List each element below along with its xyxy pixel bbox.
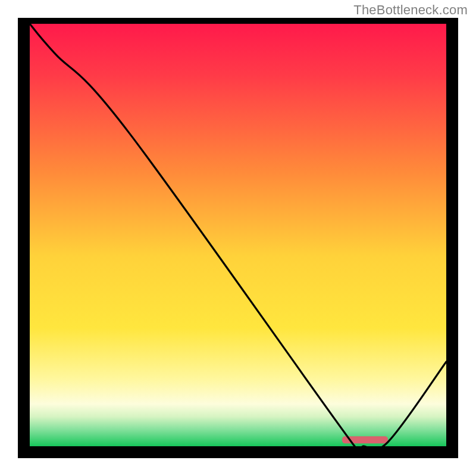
plot-area [30, 24, 446, 446]
watermark-text: TheBottleneck.com [353, 2, 468, 18]
chart-svg [30, 24, 446, 446]
chart-frame [18, 18, 458, 458]
stage: TheBottleneck.com [0, 0, 476, 476]
